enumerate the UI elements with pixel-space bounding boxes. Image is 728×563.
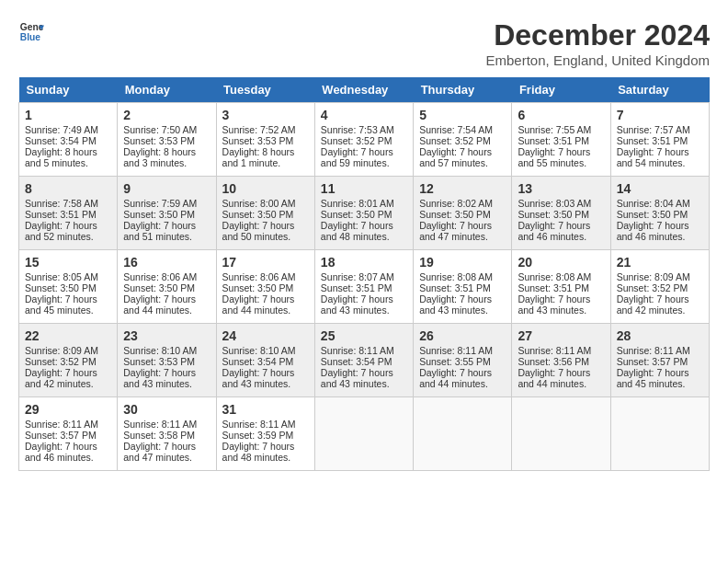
- daylight-text: Daylight: 7 hours and 44 minutes.: [518, 367, 590, 389]
- calendar-row-4: 22Sunrise: 8:09 AMSunset: 3:52 PMDayligh…: [19, 324, 710, 397]
- sunset-text: Sunset: 3:50 PM: [25, 282, 97, 293]
- day-cell-21: 21Sunrise: 8:09 AMSunset: 3:52 PMDayligh…: [610, 250, 709, 324]
- sunrise-text: Sunrise: 8:11 AM: [419, 345, 493, 356]
- sunset-text: Sunset: 3:53 PM: [123, 135, 195, 146]
- sunrise-text: Sunrise: 7:55 AM: [518, 124, 591, 135]
- daylight-text: Daylight: 7 hours and 42 minutes.: [25, 367, 97, 389]
- day-cell-25: 25Sunrise: 8:11 AMSunset: 3:54 PMDayligh…: [314, 324, 413, 397]
- calendar-row-5: 29Sunrise: 8:11 AMSunset: 3:57 PMDayligh…: [19, 397, 710, 471]
- location-title: Emberton, England, United Kingdom: [486, 52, 710, 68]
- day-number: 24: [222, 328, 309, 343]
- day-cell-1: 1Sunrise: 7:49 AMSunset: 3:54 PMDaylight…: [19, 103, 118, 177]
- day-cell-13: 13Sunrise: 8:03 AMSunset: 3:50 PMDayligh…: [512, 177, 610, 250]
- sunrise-text: Sunrise: 8:00 AM: [222, 198, 296, 209]
- day-number: 2: [123, 108, 210, 122]
- sunrise-text: Sunrise: 8:01 AM: [321, 198, 394, 209]
- daylight-text: Daylight: 7 hours and 46 minutes.: [518, 220, 590, 242]
- calendar-row-3: 15Sunrise: 8:05 AMSunset: 3:50 PMDayligh…: [19, 250, 710, 324]
- sunset-text: Sunset: 3:50 PM: [518, 209, 589, 220]
- day-number: 10: [222, 181, 309, 196]
- day-number: 7: [617, 108, 703, 122]
- day-number: 1: [25, 108, 111, 122]
- sunset-text: Sunset: 3:53 PM: [222, 135, 294, 146]
- sunset-text: Sunset: 3:58 PM: [123, 430, 195, 441]
- sunrise-text: Sunrise: 8:02 AM: [419, 198, 493, 209]
- daylight-text: Daylight: 7 hours and 47 minutes.: [123, 441, 196, 463]
- daylight-text: Daylight: 7 hours and 45 minutes.: [25, 293, 97, 316]
- daylight-text: Daylight: 7 hours and 48 minutes.: [321, 220, 393, 242]
- day-number: 9: [123, 181, 210, 196]
- daylight-text: Daylight: 7 hours and 46 minutes.: [617, 220, 689, 242]
- daylight-text: Daylight: 7 hours and 48 minutes.: [222, 441, 295, 463]
- day-cell-14: 14Sunrise: 8:04 AMSunset: 3:50 PMDayligh…: [610, 177, 709, 250]
- daylight-text: Daylight: 7 hours and 51 minutes.: [123, 220, 196, 242]
- sunset-text: Sunset: 3:51 PM: [617, 135, 688, 146]
- sunrise-text: Sunrise: 8:11 AM: [518, 345, 591, 356]
- daylight-text: Daylight: 7 hours and 43 minutes.: [321, 367, 393, 389]
- day-number: 3: [222, 108, 309, 122]
- sunrise-text: Sunrise: 8:08 AM: [518, 271, 591, 282]
- day-number: 16: [123, 255, 210, 270]
- sunset-text: Sunset: 3:56 PM: [518, 356, 589, 367]
- sunrise-text: Sunrise: 7:50 AM: [123, 124, 197, 135]
- day-number: 25: [321, 328, 407, 343]
- sunrise-text: Sunrise: 8:06 AM: [123, 271, 197, 282]
- sunset-text: Sunset: 3:57 PM: [25, 430, 97, 441]
- col-header-sunday: Sunday: [19, 77, 118, 103]
- sunset-text: Sunset: 3:54 PM: [222, 356, 294, 367]
- day-number: 12: [419, 181, 506, 196]
- day-cell-8: 8Sunrise: 7:58 AMSunset: 3:51 PMDaylight…: [19, 177, 118, 250]
- sunrise-text: Sunrise: 8:11 AM: [123, 419, 197, 430]
- sunrise-text: Sunrise: 8:10 AM: [123, 345, 197, 356]
- sunrise-text: Sunrise: 7:52 AM: [222, 124, 296, 135]
- day-number: 6: [518, 108, 604, 122]
- day-cell-2: 2Sunrise: 7:50 AMSunset: 3:53 PMDaylight…: [118, 103, 216, 177]
- col-header-wednesday: Wednesday: [314, 77, 413, 103]
- daylight-text: Daylight: 7 hours and 55 minutes.: [518, 146, 590, 168]
- day-cell-6: 6Sunrise: 7:55 AMSunset: 3:51 PMDaylight…: [512, 103, 610, 177]
- title-area: December 2024 Emberton, England, United …: [486, 18, 710, 68]
- sunrise-text: Sunrise: 8:03 AM: [518, 198, 591, 209]
- daylight-text: Daylight: 7 hours and 54 minutes.: [617, 146, 689, 168]
- svg-text:Blue: Blue: [20, 32, 41, 42]
- day-cell-20: 20Sunrise: 8:08 AMSunset: 3:51 PMDayligh…: [512, 250, 610, 324]
- day-cell-12: 12Sunrise: 8:02 AMSunset: 3:50 PMDayligh…: [414, 177, 512, 250]
- day-cell-19: 19Sunrise: 8:08 AMSunset: 3:51 PMDayligh…: [414, 250, 512, 324]
- sunset-text: Sunset: 3:54 PM: [25, 135, 97, 146]
- day-cell-24: 24Sunrise: 8:10 AMSunset: 3:54 PMDayligh…: [216, 324, 314, 397]
- empty-cell: [610, 397, 709, 471]
- sunset-text: Sunset: 3:51 PM: [25, 209, 97, 220]
- logo: General Blue: [18, 18, 44, 44]
- day-number: 21: [617, 255, 703, 270]
- sunrise-text: Sunrise: 7:57 AM: [617, 124, 690, 135]
- sunset-text: Sunset: 3:52 PM: [25, 356, 97, 367]
- day-cell-28: 28Sunrise: 8:11 AMSunset: 3:57 PMDayligh…: [610, 324, 709, 397]
- day-number: 18: [321, 255, 407, 270]
- sunrise-text: Sunrise: 7:49 AM: [25, 124, 98, 135]
- sunset-text: Sunset: 3:51 PM: [518, 282, 589, 293]
- calendar-table: SundayMondayTuesdayWednesdayThursdayFrid…: [18, 77, 710, 471]
- day-cell-27: 27Sunrise: 8:11 AMSunset: 3:56 PMDayligh…: [512, 324, 610, 397]
- day-number: 26: [419, 328, 506, 343]
- daylight-text: Daylight: 7 hours and 43 minutes.: [123, 367, 196, 389]
- empty-cell: [314, 397, 413, 471]
- daylight-text: Daylight: 7 hours and 43 minutes.: [518, 293, 590, 316]
- col-header-thursday: Thursday: [414, 77, 512, 103]
- sunrise-text: Sunrise: 8:08 AM: [419, 271, 493, 282]
- day-cell-10: 10Sunrise: 8:00 AMSunset: 3:50 PMDayligh…: [216, 177, 314, 250]
- day-number: 11: [321, 181, 407, 196]
- day-cell-31: 31Sunrise: 8:11 AMSunset: 3:59 PMDayligh…: [216, 397, 314, 471]
- sunset-text: Sunset: 3:53 PM: [123, 356, 195, 367]
- day-number: 31: [222, 402, 309, 417]
- day-cell-26: 26Sunrise: 8:11 AMSunset: 3:55 PMDayligh…: [414, 324, 512, 397]
- sunset-text: Sunset: 3:50 PM: [123, 282, 195, 293]
- sunset-text: Sunset: 3:51 PM: [518, 135, 589, 146]
- logo-icon: General Blue: [18, 18, 44, 44]
- sunrise-text: Sunrise: 8:11 AM: [25, 419, 98, 430]
- day-cell-30: 30Sunrise: 8:11 AMSunset: 3:58 PMDayligh…: [118, 397, 216, 471]
- calendar-row-1: 1Sunrise: 7:49 AMSunset: 3:54 PMDaylight…: [19, 103, 710, 177]
- sunset-text: Sunset: 3:52 PM: [617, 282, 688, 293]
- day-cell-3: 3Sunrise: 7:52 AMSunset: 3:53 PMDaylight…: [216, 103, 314, 177]
- sunrise-text: Sunrise: 8:07 AM: [321, 271, 394, 282]
- day-cell-29: 29Sunrise: 8:11 AMSunset: 3:57 PMDayligh…: [19, 397, 118, 471]
